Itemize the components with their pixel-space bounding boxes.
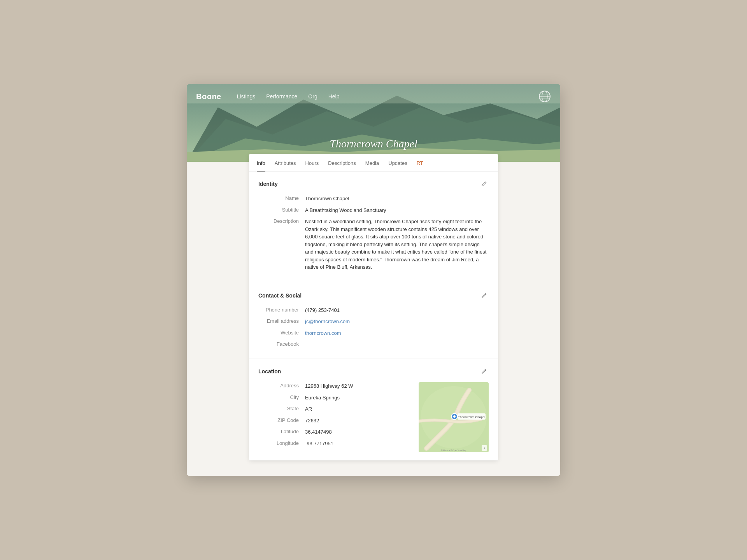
tab-rt[interactable]: RT bbox=[417, 154, 423, 172]
tab-descriptions[interactable]: Descriptions bbox=[328, 154, 356, 172]
field-longitude: Longitude -93.7717951 bbox=[258, 440, 411, 448]
contact-title: Contact & Social bbox=[258, 292, 302, 299]
identity-section: Identity Name Thorncrown Chapel Subtitle… bbox=[249, 172, 498, 283]
field-subtitle-label: Subtitle bbox=[258, 206, 305, 214]
field-address-value: 12968 Highway 62 W bbox=[305, 382, 411, 390]
tab-hours[interactable]: Hours bbox=[305, 154, 319, 172]
globe-icon[interactable] bbox=[538, 90, 551, 103]
field-facebook-label: Facebook bbox=[258, 341, 305, 347]
field-zip-value: 72632 bbox=[305, 417, 411, 425]
contact-section: Contact & Social Phone number (479) 253-… bbox=[249, 283, 498, 359]
field-state-label: State bbox=[258, 405, 305, 413]
pencil-icon bbox=[481, 181, 487, 187]
svg-text:© Mapbox © OpenStreetMap: © Mapbox © OpenStreetMap bbox=[441, 449, 466, 452]
tab-bar: Info Attributes Hours Descriptions Media… bbox=[249, 154, 498, 172]
field-state-value: AR bbox=[305, 405, 411, 413]
field-phone: Phone number (479) 253-7401 bbox=[258, 306, 489, 314]
nav-org[interactable]: Org bbox=[308, 93, 317, 100]
app-logo: Boone bbox=[196, 92, 221, 101]
field-latitude: Latitude 36.4147498 bbox=[258, 428, 411, 436]
field-website-value[interactable]: thorncrown.com bbox=[305, 329, 489, 337]
field-state: State AR bbox=[258, 405, 411, 413]
svg-point-14 bbox=[453, 415, 456, 418]
map-visual: Thorncrown Chapel + © Mapbox © OpenStree… bbox=[419, 382, 489, 452]
field-description-value: Nestled in a woodland setting, Thorncrow… bbox=[305, 218, 489, 271]
tab-attributes[interactable]: Attributes bbox=[275, 154, 296, 172]
hero-section: Boone Listings Performance Org Help Thor… bbox=[187, 84, 560, 162]
main-content: Info Attributes Hours Descriptions Media… bbox=[187, 162, 560, 476]
field-description: Description Nestled in a woodland settin… bbox=[258, 218, 489, 271]
field-phone-label: Phone number bbox=[258, 306, 305, 314]
field-name: Name Thorncrown Chapel bbox=[258, 195, 489, 203]
navigation: Boone Listings Performance Org Help bbox=[187, 84, 560, 109]
field-address: Address 12968 Highway 62 W bbox=[258, 382, 411, 390]
field-subtitle-value: A Breathtaking Woodland Sanctuary bbox=[305, 206, 489, 214]
field-email: Email address jc@thorncrown.com bbox=[258, 318, 489, 326]
identity-title: Identity bbox=[258, 181, 278, 187]
location-section: Location Address 12968 Highway 62 W bbox=[249, 359, 498, 460]
field-subtitle: Subtitle A Breathtaking Woodland Sanctua… bbox=[258, 206, 489, 214]
pencil-icon-location bbox=[481, 368, 487, 374]
tab-media[interactable]: Media bbox=[365, 154, 379, 172]
field-facebook-value bbox=[305, 341, 489, 347]
identity-section-header: Identity bbox=[258, 179, 489, 189]
field-latitude-label: Latitude bbox=[258, 428, 305, 436]
field-city-value: Eureka Springs bbox=[305, 394, 411, 402]
identity-edit-button[interactable] bbox=[479, 179, 489, 189]
field-latitude-value: 36.4147498 bbox=[305, 428, 411, 436]
location-content: Address 12968 Highway 62 W City Eureka S… bbox=[258, 382, 489, 452]
contact-section-header: Contact & Social bbox=[258, 291, 489, 300]
field-website-label: Website bbox=[258, 329, 305, 337]
field-address-label: Address bbox=[258, 382, 305, 390]
field-name-label: Name bbox=[258, 195, 305, 203]
field-name-value: Thorncrown Chapel bbox=[305, 195, 489, 203]
location-title: Location bbox=[258, 368, 281, 374]
page-title: Thorncrown Chapel bbox=[330, 138, 417, 150]
tab-updates[interactable]: Updates bbox=[388, 154, 407, 172]
nav-listings[interactable]: Listings bbox=[237, 93, 255, 100]
location-edit-button[interactable] bbox=[479, 367, 489, 376]
field-zip-label: ZIP Code bbox=[258, 417, 305, 425]
field-email-value[interactable]: jc@thorncrown.com bbox=[305, 318, 489, 326]
field-city-label: City bbox=[258, 394, 305, 402]
nav-help[interactable]: Help bbox=[328, 93, 340, 100]
field-phone-value: (479) 253-7401 bbox=[305, 306, 489, 314]
nav-performance[interactable]: Performance bbox=[266, 93, 297, 100]
content-card: Info Attributes Hours Descriptions Media… bbox=[249, 154, 498, 460]
pencil-icon-contact bbox=[481, 292, 487, 299]
tab-info[interactable]: Info bbox=[257, 154, 265, 172]
location-fields: Address 12968 Highway 62 W City Eureka S… bbox=[258, 382, 411, 452]
map-container[interactable]: Thorncrown Chapel + © Mapbox © OpenStree… bbox=[419, 382, 489, 452]
svg-text:+: + bbox=[484, 446, 486, 450]
field-zip: ZIP Code 72632 bbox=[258, 417, 411, 425]
location-section-header: Location bbox=[258, 367, 489, 376]
nav-links: Listings Performance Org Help bbox=[237, 93, 340, 100]
svg-text:Thorncrown Chapel: Thorncrown Chapel bbox=[458, 415, 485, 419]
browser-window: Boone Listings Performance Org Help Thor… bbox=[187, 84, 560, 476]
field-longitude-value: -93.7717951 bbox=[305, 440, 411, 448]
field-description-label: Description bbox=[258, 218, 305, 271]
field-website: Website thorncrown.com bbox=[258, 329, 489, 337]
field-city: City Eureka Springs bbox=[258, 394, 411, 402]
field-email-label: Email address bbox=[258, 318, 305, 326]
field-longitude-label: Longitude bbox=[258, 440, 305, 448]
contact-edit-button[interactable] bbox=[479, 291, 489, 300]
field-facebook: Facebook bbox=[258, 341, 489, 347]
